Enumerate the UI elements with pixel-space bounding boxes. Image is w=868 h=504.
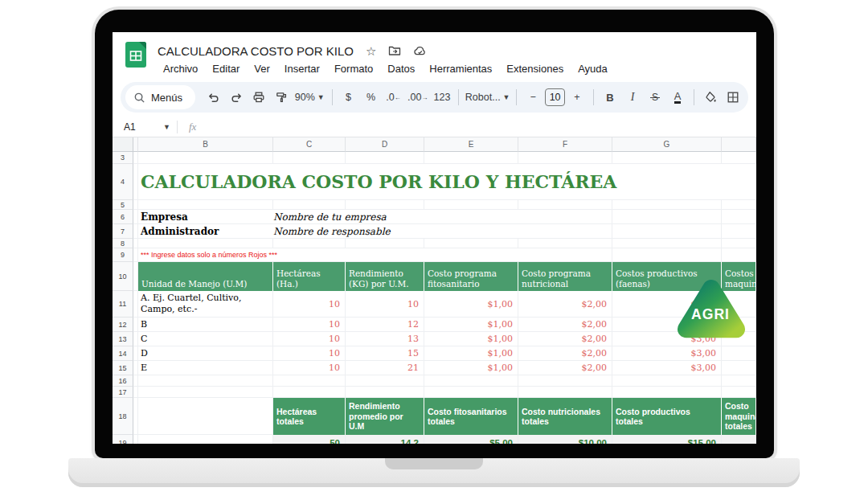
text-color-button[interactable]: A (667, 87, 688, 108)
cell-admin-label[interactable]: Administrador (138, 224, 273, 239)
table2-header-2[interactable]: Rendimiento promedio por U.M (346, 398, 424, 435)
menu-item-datos[interactable]: Datos (382, 62, 420, 76)
cell[interactable] (722, 387, 756, 398)
cell[interactable] (518, 248, 612, 262)
cell[interactable] (346, 239, 424, 248)
cell[interactable] (138, 239, 273, 248)
cell[interactable] (138, 387, 273, 398)
cloud-status-icon[interactable] (413, 44, 427, 57)
menu-item-insertar[interactable]: Insertar (279, 62, 326, 76)
menu-item-herramientas[interactable]: Herramientas (424, 62, 497, 76)
menu-item-editar[interactable]: Editar (207, 62, 245, 76)
menu-item-extensiones[interactable]: Extensiones (501, 62, 569, 76)
table1-value[interactable]: $1,00 (424, 361, 518, 375)
row-header-11[interactable]: 11 (113, 291, 133, 318)
increase-font-size-button[interactable]: + (567, 87, 588, 108)
row-header-4[interactable]: 4 (113, 164, 133, 200)
table1-value[interactable]: $2,00 (518, 361, 612, 375)
row-header-14[interactable]: 14 (113, 346, 133, 361)
italic-button[interactable]: I (622, 87, 643, 108)
undo-button[interactable] (203, 87, 224, 108)
cell[interactable] (722, 210, 756, 224)
table1-value[interactable]: $3,00 (612, 346, 722, 361)
cell[interactable] (346, 375, 424, 387)
cell[interactable] (722, 375, 756, 387)
row-header-10[interactable]: 10 (113, 262, 133, 291)
decrease-decimal-button[interactable]: .0← (383, 87, 404, 108)
cell[interactable] (424, 152, 518, 164)
column-header-F[interactable]: F (518, 137, 612, 152)
move-folder-icon[interactable] (388, 44, 401, 57)
bold-button[interactable]: B (600, 87, 620, 108)
cell[interactable] (722, 435, 756, 444)
table1-row-label[interactable]: D (138, 346, 273, 361)
font-select[interactable]: Robot...▼ (465, 87, 510, 108)
cell-reference-box[interactable]: A1▼ (124, 121, 170, 133)
table2-total[interactable]: $5,00 (424, 435, 518, 444)
row-header-13[interactable]: 13 (113, 332, 133, 346)
cell[interactable] (612, 152, 722, 164)
cell[interactable] (518, 210, 612, 224)
table1-row-label[interactable]: E (138, 361, 273, 375)
table1-value[interactable]: $1,00 (424, 291, 518, 318)
borders-button[interactable] (723, 87, 743, 108)
cell[interactable] (346, 200, 424, 210)
table1-value[interactable]: $1,00 (424, 332, 518, 346)
menus-search[interactable]: Menús (125, 85, 195, 109)
column-header-D[interactable]: D (346, 137, 424, 152)
cell[interactable] (612, 239, 722, 248)
cell-company-label[interactable]: Empresa (138, 210, 273, 224)
row-header-6[interactable]: 6 (113, 210, 133, 224)
cell[interactable] (424, 387, 518, 398)
cell[interactable] (138, 375, 273, 387)
table1-value[interactable]: 12 (346, 318, 424, 332)
fill-color-button[interactable] (700, 87, 721, 108)
menu-item-formato[interactable]: Formato (329, 62, 379, 76)
print-button[interactable] (248, 87, 269, 108)
table1-value[interactable]: $2,00 (518, 318, 612, 332)
cell[interactable] (424, 200, 518, 210)
paint-format-button[interactable] (271, 87, 292, 108)
google-sheets-logo[interactable] (125, 42, 146, 68)
cell[interactable] (722, 361, 756, 375)
row-header-19[interactable]: 19 (113, 435, 133, 444)
cell[interactable] (346, 152, 424, 164)
row-header-15[interactable]: 15 (113, 361, 133, 375)
cell-main-title[interactable]: CALCULADORA COSTO POR KILO Y HECTÁREA (138, 164, 756, 200)
cell[interactable] (518, 239, 612, 248)
cell[interactable] (722, 248, 756, 262)
table2-total[interactable]: $10,00 (518, 435, 612, 444)
table2-header-1[interactable]: Hectáreas totales (273, 398, 346, 435)
row-header-7[interactable]: 7 (113, 224, 133, 239)
table1-value[interactable]: 10 (273, 332, 346, 346)
table1-header-5[interactable]: Costo programa nutricional (518, 262, 612, 291)
cell[interactable] (138, 435, 273, 444)
table2-total[interactable]: 50 (273, 435, 346, 444)
column-header-C[interactable]: C (273, 137, 346, 152)
cell[interactable] (138, 398, 273, 435)
row-header-3[interactable]: 3 (113, 152, 133, 164)
table1-value[interactable]: 15 (346, 346, 424, 361)
row-header-16[interactable]: 16 (113, 375, 133, 387)
format-percent-button[interactable]: % (361, 87, 382, 108)
table1-value[interactable]: $2,00 (518, 291, 612, 318)
table2-total[interactable]: $15,00 (612, 435, 722, 444)
cell-admin-value[interactable]: Nombre de responsable (273, 224, 518, 239)
cell-company-value[interactable]: Nombre de tu empresa (273, 210, 518, 224)
format-currency-button[interactable]: $ (338, 87, 359, 108)
cell[interactable] (138, 152, 273, 164)
document-title[interactable]: CALCULADORA COSTO POR KILO (158, 44, 354, 58)
table1-row-label[interactable]: A. Ej. Cuartel, Cultivo, Campo, etc.- (138, 291, 273, 318)
cell[interactable] (612, 200, 722, 210)
cell[interactable] (722, 152, 756, 164)
table1-header-3[interactable]: Rendimiento (KG) por U.M. (346, 262, 424, 291)
cell[interactable] (612, 210, 722, 224)
row-header-9[interactable]: 9 (113, 248, 133, 262)
table1-value[interactable]: 10 (273, 361, 346, 375)
table1-value[interactable]: $3,00 (612, 361, 722, 375)
cell[interactable] (722, 224, 756, 239)
table1-value[interactable]: $2,00 (518, 346, 612, 361)
table1-header-1[interactable]: Unidad de Manejo (U.M) (138, 262, 273, 291)
cell[interactable] (273, 375, 346, 387)
redo-button[interactable] (226, 87, 247, 108)
